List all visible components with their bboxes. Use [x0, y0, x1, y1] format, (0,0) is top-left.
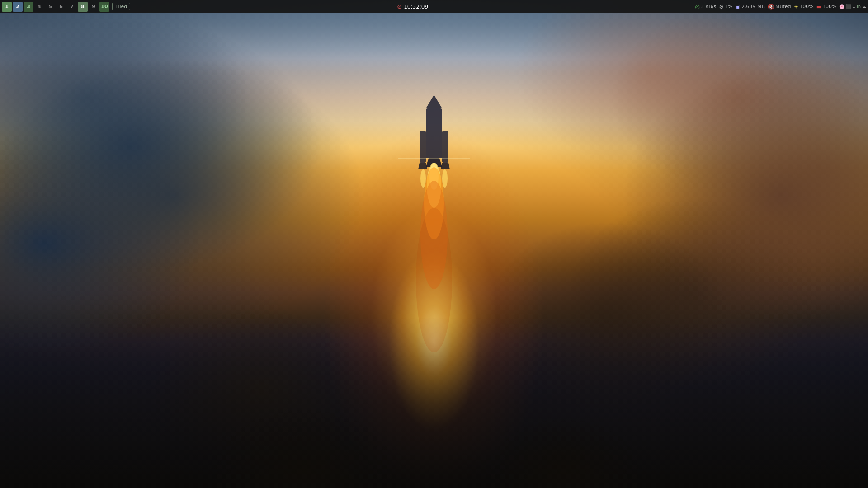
memory-tray-item[interactable]: ▣ 2,689 MB: [736, 4, 765, 10]
workspace-9[interactable]: 9: [89, 2, 99, 12]
system-tray: ◎ 3 KB/s ⚙ 1% ▣ 2,689 MB 🔇 Muted ☀ 100%: [695, 4, 866, 10]
workspace-8[interactable]: 8: [78, 2, 88, 12]
memory-usage: 2,689 MB: [741, 4, 765, 9]
volume-label: Muted: [775, 4, 791, 9]
tray-icon-3[interactable]: ↓: [852, 4, 855, 9]
workspace-buttons: 1 2 3 4 5 6 7 8 9 10: [2, 2, 109, 12]
cpu-tray-item[interactable]: ⚙ 1%: [719, 4, 732, 10]
tray-icon-5[interactable]: ☁: [862, 4, 866, 9]
clock-time: 10:32:09: [404, 4, 428, 10]
clock-area: ⊘ 10:32:09: [397, 3, 428, 10]
brightness-icon: ☀: [793, 4, 798, 10]
memory-icon: ▣: [736, 4, 741, 10]
workspace-6[interactable]: 6: [56, 2, 66, 12]
battery-icon: ▬: [816, 4, 821, 10]
workspace-3[interactable]: 3: [24, 2, 33, 12]
cpu-usage: 1%: [725, 4, 732, 9]
tray-icon-1[interactable]: 🌸: [839, 4, 844, 9]
workspace-4[interactable]: 4: [34, 2, 44, 12]
clock-icon: ⊘: [397, 3, 402, 10]
workspace-10[interactable]: 10: [99, 2, 109, 12]
tray-icon-2[interactable]: ⬛: [845, 4, 851, 9]
volume-icon: 🔇: [768, 4, 774, 10]
clouds: [0, 0, 868, 488]
workspace-1[interactable]: 1: [2, 2, 12, 12]
workspace-7[interactable]: 7: [67, 2, 77, 12]
taskbar-center: ⊘ 10:32:09: [130, 3, 695, 10]
taskbar: 1 2 3 4 5 6 7 8 9 10 Tiled ⊘ 10:32:09 ◎ …: [0, 0, 868, 13]
network-icon: ◎: [695, 4, 699, 10]
tray-small-icons: 🌸 ⬛ ↓ ln ☁: [839, 4, 866, 9]
volume-tray-item[interactable]: 🔇 Muted: [768, 4, 791, 10]
cpu-icon: ⚙: [719, 4, 724, 10]
bottom-dark: [0, 317, 868, 488]
battery-label: 100%: [822, 4, 836, 9]
network-tray-item[interactable]: ◎ 3 KB/s: [695, 4, 716, 10]
tray-icon-4[interactable]: ln: [857, 4, 861, 9]
layout-mode-label: Tiled: [112, 3, 130, 10]
network-speed: 3 KB/s: [701, 4, 717, 9]
brightness-tray-item[interactable]: ☀ 100%: [793, 4, 813, 10]
workspace-5[interactable]: 5: [45, 2, 55, 12]
brightness-label: 100%: [799, 4, 813, 9]
battery-tray-item[interactable]: ▬ 100%: [816, 4, 837, 10]
desktop: 1 2 3 4 5 6 7 8 9 10 Tiled ⊘ 10:32:09 ◎ …: [0, 0, 868, 488]
workspace-2[interactable]: 2: [13, 2, 23, 12]
